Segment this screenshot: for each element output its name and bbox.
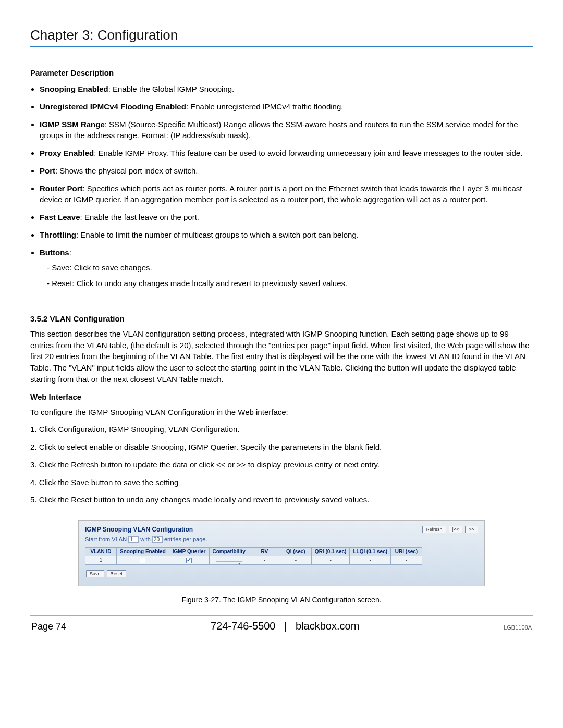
compatibility-select[interactable] [216,561,242,562]
param-desc: : Enable the fast leave on the port. [80,213,200,221]
cell-rv[interactable]: - [249,556,280,565]
snooping-enabled-checkbox[interactable] [140,558,145,563]
figure-title: IGMP Snooping VLAN Configuration [85,526,478,533]
step-item: 2. Click to select enable or disable Sno… [30,441,533,453]
table-header: Compatibility [209,548,249,556]
step-item: 5. Click the Reset button to undo any ch… [30,494,533,505]
footer-sep: | [284,620,287,632]
param-term: Snooping Enabled [40,84,108,93]
cell-qri[interactable]: - [311,556,350,565]
footer-model: LGB1108A [504,624,532,631]
param-term: Router Port [40,184,83,193]
footer-site: blackbox.com [296,620,359,632]
param-sublist: Save: Click to save changes.Reset: Click… [40,262,533,289]
param-item: Unregistered IPMCv4 Flooding Enabled: En… [40,101,533,113]
param-term: Throttling [40,230,76,239]
step-item: 3. Click the Refresh button to update th… [30,459,533,471]
table-header: RV [249,548,280,556]
save-button[interactable]: Save [86,570,104,577]
footer-phone: 724-746-5500 [211,620,276,632]
step-item: 4. Click the Save button to save the set… [30,477,533,488]
cell-uri[interactable]: - [391,556,422,565]
table-header: QRI (0.1 sec) [311,548,350,556]
param-term: IGMP SSM Range [40,120,105,129]
param-term: Unregistered IPMCv4 Flooding Enabled [40,102,186,111]
param-item: Throttling: Enable to limit the number o… [40,229,533,241]
param-desc: : [69,248,71,257]
figure-3-27: Refresh |<< >> IGMP Snooping VLAN Config… [30,520,533,604]
entries-per-page-input[interactable]: 20 [152,536,163,543]
vlan-table: VLAN IDSnooping EnabledIGMP QuerierCompa… [85,547,422,565]
step-item: 1. Click Configuration, IGMP Snooping, V… [30,424,533,435]
with-label: with [140,536,151,542]
param-item: Proxy Enabled: Enable IGMP Proxy. This f… [40,147,533,159]
next-button[interactable]: >> [465,526,478,533]
param-desc: : Enable unregistered IPMCv4 traffic flo… [186,102,344,111]
param-term: Fast Leave [40,213,80,221]
table-header: IGMP Querier [169,548,209,556]
refresh-button[interactable]: Refresh [422,526,446,533]
start-from-label: Start from VLAN [85,536,127,542]
params-heading: Parameter Description [30,68,533,77]
section-intro: This section describes the VLAN configur… [30,328,533,385]
steps-list: 1. Click Configuration, IGMP Snooping, V… [30,424,533,505]
param-item: Fast Leave: Enable the fast leave on the… [40,212,533,223]
prev-button[interactable]: |<< [449,526,463,533]
cell-llqi[interactable]: - [350,556,391,565]
figure-pager-row: Start from VLAN 1 with 20 entries per pa… [85,536,478,543]
param-item: Port: Shows the physical port index of s… [40,165,533,177]
cell-vlan-id: 1 [85,556,117,565]
page-footer: Page 74 724-746-5500 | blackbox.com LGB1… [30,620,533,632]
param-desc: : SSM (Source-Specific Multicast) Range … [40,120,518,140]
param-term: Buttons [40,248,69,257]
table-row: 1 - - - - - [85,556,422,565]
figure-top-buttons: Refresh |<< >> [421,526,478,533]
cell-qi[interactable]: - [280,556,311,565]
param-item: Router Port: Specifies which ports act a… [40,183,533,206]
perpage-label: entries per page. [164,536,207,542]
reset-button[interactable]: Reset [107,570,127,577]
footer-rule [30,615,533,616]
table-header: VLAN ID [85,548,117,556]
igmp-querier-checkbox[interactable] [186,558,192,563]
param-desc: : Enable IGMP Proxy. This feature can be… [94,149,522,157]
figure-caption: Figure 3-27. The IGMP Snooping VLAN Conf… [30,596,533,604]
param-desc: : Shows the physical port index of switc… [55,166,198,175]
param-desc: : Enable the Global IGMP Snooping. [108,84,235,93]
table-header: LLQI (0.1 sec) [350,548,391,556]
param-list: Snooping Enabled: Enable the Global IGMP… [30,83,533,289]
table-header: QI (sec) [280,548,311,556]
chapter-title: Chapter 3: Configuration [30,27,533,43]
footer-center: 724-746-5500 | blackbox.com [211,620,359,632]
start-vlan-input[interactable]: 1 [128,536,139,543]
param-desc: : Enable to limit the number of multicas… [76,230,359,239]
page-number: Page 74 [31,621,66,632]
table-header: URI (sec) [391,548,422,556]
header-rule [30,46,533,47]
table-header: Snooping Enabled [117,548,169,556]
param-item: Snooping Enabled: Enable the Global IGMP… [40,83,533,95]
webif-intro: To configure the IGMP Snooping VLAN Conf… [30,406,533,418]
param-term: Proxy Enabled [40,149,94,157]
param-item: Buttons:Save: Click to save changes.Rese… [40,247,533,289]
param-subitem: Save: Click to save changes. [47,262,533,274]
subsection-title: 3.5.2 VLAN Configuration [30,314,533,323]
param-term: Port [40,166,55,175]
param-desc: : Specifies which ports act as router po… [40,184,522,204]
webif-heading: Web Interface [30,392,533,401]
param-subitem: Reset: Click to undo any changes made lo… [47,278,533,289]
figure-panel: Refresh |<< >> IGMP Snooping VLAN Config… [78,520,485,586]
param-item: IGMP SSM Range: SSM (Source-Specific Mul… [40,119,533,142]
